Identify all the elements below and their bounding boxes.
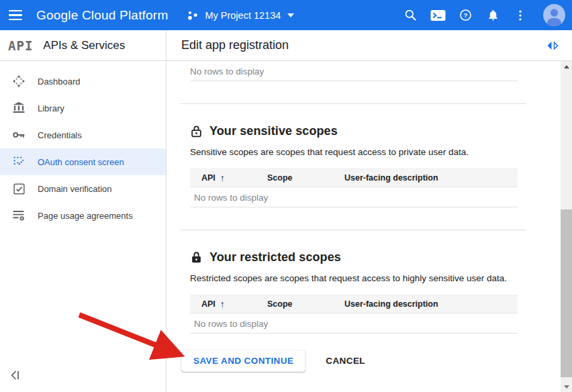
page-usage-agreements-icon (12, 209, 26, 222)
scroll-up-button[interactable] (561, 61, 572, 72)
account-avatar[interactable] (543, 4, 565, 26)
product-header: API APIs & Services (0, 30, 166, 60)
triangle-down-icon (564, 385, 569, 389)
scroll-down-button[interactable] (561, 381, 572, 392)
project-name: My Project 12134 (205, 10, 281, 21)
sidebar-item-oauth-consent-screen[interactable]: OAuth consent screen (0, 148, 166, 175)
product-name: APIs & Services (43, 39, 125, 52)
sidebar-item-label: Library (38, 103, 64, 113)
hamburger-icon (9, 10, 22, 20)
table-header-row: API ↑ Scope User-facing description (190, 168, 518, 187)
restricted-scopes-table: API ↑ Scope User-facing description No r… (190, 295, 518, 334)
scopes-table-empty-row: No rows to display (190, 66, 518, 81)
cancel-button[interactable]: CANCEL (322, 355, 369, 366)
sidebar-item-label: Page usage agreements (38, 211, 133, 221)
key-icon (12, 128, 26, 142)
project-switcher-icon (187, 9, 199, 21)
search-button[interactable] (401, 7, 419, 24)
top-app-bar: Google Cloud Platform My Project 12134 (0, 0, 572, 30)
column-header-scope[interactable]: Scope (267, 299, 344, 309)
bell-icon (487, 9, 499, 21)
help-button[interactable]: ? (457, 7, 474, 24)
help-icon: ? (459, 8, 473, 22)
collapse-nav-icon (9, 369, 21, 381)
section-heading: Your restricted scopes (190, 250, 518, 264)
table-empty-row: No rows to display (190, 187, 518, 207)
section-title: Your restricted scopes (209, 250, 341, 264)
cloud-shell-icon (430, 9, 446, 21)
column-header-scope[interactable]: Scope (267, 173, 344, 183)
column-header-description[interactable]: User-facing description (344, 173, 518, 183)
sidebar-item-label: Domain verification (38, 184, 112, 194)
more-vert-icon (514, 9, 526, 22)
project-selector[interactable]: My Project 12134 (187, 9, 294, 21)
table-empty-row: No rows to display (190, 313, 518, 334)
person-icon (543, 5, 565, 26)
sidebar-item-credentials[interactable]: Credentials (0, 121, 166, 148)
main-content: No rows to display Your sensitive scopes… (166, 61, 561, 392)
section-divider (181, 230, 526, 230)
column-header-api[interactable]: API ↑ (201, 173, 267, 183)
page-title: Edit app registration (181, 38, 289, 52)
hamburger-menu-button[interactable] (0, 0, 31, 30)
panel-toggle-button[interactable] (546, 40, 559, 53)
sensitive-scopes-section: Your sensitive scopes Sensitive scopes a… (190, 124, 518, 207)
sub-header: API APIs & Services Edit app registratio… (0, 30, 572, 61)
form-actions: SAVE AND CONTINUE CANCEL (181, 350, 561, 372)
collapse-sidebar-button[interactable] (7, 368, 24, 384)
section-description: Sensitive scopes are scopes that request… (190, 147, 518, 157)
save-and-continue-button[interactable]: SAVE AND CONTINUE (181, 350, 305, 372)
topbar-actions: ? (401, 4, 572, 26)
sidebar-item-label: Dashboard (38, 77, 81, 87)
chevron-down-icon (287, 13, 294, 17)
cloud-shell-button[interactable] (429, 7, 446, 24)
section-divider (181, 103, 526, 104)
sidebar-item-label: Credentials (38, 130, 82, 140)
brand-title: Google Cloud Platform (36, 8, 168, 23)
sensitive-scopes-table: API ↑ Scope User-facing description No r… (190, 168, 518, 207)
triangle-up-icon (564, 65, 569, 68)
vertical-scrollbar[interactable] (561, 61, 572, 392)
search-icon (403, 8, 418, 22)
restricted-scopes-section: Your restricted scopes Restricted scopes… (190, 250, 518, 334)
api-product-logo: API (8, 38, 33, 53)
sidebar-item-library[interactable]: Library (0, 95, 166, 121)
section-title: Your sensitive scopes (209, 124, 338, 138)
body: Dashboard Library (0, 61, 572, 392)
svg-text:?: ? (463, 11, 467, 19)
sort-ascending-icon: ↑ (220, 173, 225, 183)
panel-toggle-icon (546, 40, 559, 51)
section-heading: Your sensitive scopes (190, 124, 518, 138)
domain-verification-icon (12, 182, 26, 195)
sidebar-item-dashboard[interactable]: Dashboard (0, 68, 166, 95)
dashboard-icon (12, 75, 26, 88)
more-options-button[interactable] (512, 7, 529, 24)
oauth-consent-icon (12, 155, 26, 168)
lock-outline-icon (190, 125, 203, 138)
sidebar-item-page-usage-agreements[interactable]: Page usage agreements (0, 202, 166, 229)
sidebar-item-label: OAuth consent screen (38, 157, 124, 167)
gcp-console-page: Google Cloud Platform My Project 12134 (0, 0, 572, 392)
sidebar-item-domain-verification[interactable]: Domain verification (0, 175, 166, 202)
sidebar-nav: Dashboard Library (0, 61, 166, 392)
notifications-button[interactable] (484, 7, 502, 24)
table-header-row: API ↑ Scope User-facing description (190, 295, 518, 313)
sort-ascending-icon: ↑ (220, 299, 225, 309)
lock-filled-icon (190, 251, 203, 264)
library-icon (12, 101, 26, 115)
column-header-description[interactable]: User-facing description (344, 299, 518, 309)
section-description: Restricted scopes are scopes that reques… (190, 273, 518, 283)
column-header-api[interactable]: API ↑ (201, 299, 267, 309)
scrollbar-thumb[interactable] (561, 209, 572, 377)
page-header: Edit app registration (166, 30, 572, 60)
